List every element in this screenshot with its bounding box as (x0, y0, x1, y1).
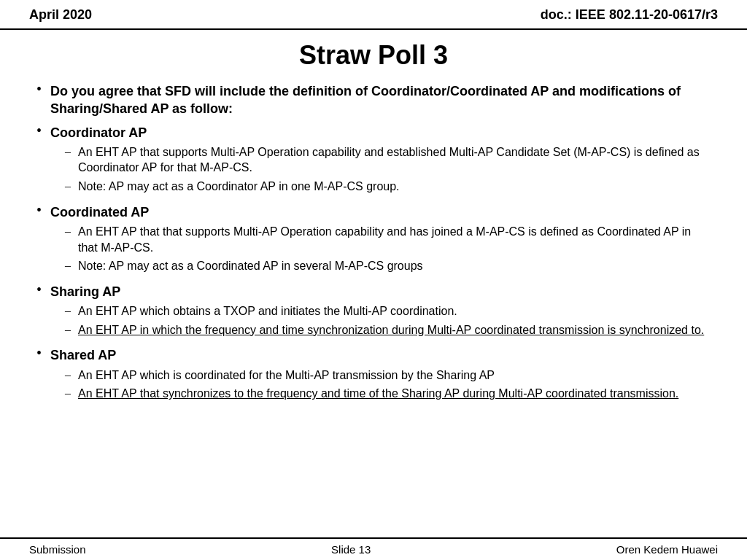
slide-header: April 2020 doc.: IEEE 802.11-20-0617/r3 (0, 0, 747, 30)
dash-icon: – (65, 225, 71, 238)
list-item: – An EHT AP which obtains a TXOP and ini… (50, 303, 711, 319)
dash-icon: – (65, 386, 71, 400)
dash-icon: – (65, 323, 71, 336)
coordinator-ap-subitems: – An EHT AP that supports Multi-AP Opera… (50, 144, 711, 195)
section-shared-ap: • Shared AP – An EHT AP which is coordin… (36, 346, 711, 404)
coordinated-ap-subitems: – An EHT AP that that supports Multi-AP … (50, 224, 711, 274)
sharing-ap-dot: • (36, 281, 42, 298)
coordinator-ap-dot: • (36, 122, 42, 139)
list-item: – Note: AP may act as a Coordinator AP i… (50, 179, 711, 195)
coordinated-ap-bullet-2: Note: AP may act as a Coordinated AP in … (78, 258, 423, 274)
content-list: • Do you agree that SFD will include the… (36, 82, 711, 405)
main-content: Straw Poll 3 • Do you agree that SFD wil… (0, 30, 747, 537)
coordinator-ap-bullet-1: An EHT AP that supports Multi-AP Operati… (78, 144, 711, 176)
intro-bullet-text: Do you agree that SFD will include the d… (50, 82, 711, 118)
header-doc: doc.: IEEE 802.11-20-0617/r3 (541, 7, 718, 23)
list-item: – An EHT AP which is coordinated for the… (50, 368, 711, 384)
slide-title: Straw Poll 3 (36, 40, 711, 71)
footer-submission: Submission (29, 543, 86, 556)
slide-footer: Submission Slide 13 Oren Kedem Huawei (0, 537, 747, 560)
shared-ap-content: Shared AP – An EHT AP which is coordinat… (50, 346, 711, 404)
footer-author: Oren Kedem Huawei (616, 543, 718, 556)
shared-ap-bullet-1: An EHT AP which is coordinated for the M… (78, 368, 495, 384)
dash-icon: – (65, 259, 71, 272)
header-date: April 2020 (29, 7, 92, 23)
coordinated-ap-heading: Coordinated AP (50, 205, 149, 219)
sharing-ap-content: Sharing AP – An EHT AP which obtains a T… (50, 283, 711, 341)
shared-ap-heading: Shared AP (50, 348, 116, 362)
slide: April 2020 doc.: IEEE 802.11-20-0617/r3 … (0, 0, 747, 560)
list-item: – An EHT AP that synchronizes to the fre… (50, 386, 711, 402)
shared-ap-subitems: – An EHT AP which is coordinated for the… (50, 368, 711, 402)
intro-bullet: • Do you agree that SFD will include the… (36, 82, 711, 118)
coordinated-ap-content: Coordinated AP – An EHT AP that that sup… (50, 203, 711, 277)
dash-icon: – (65, 304, 71, 317)
intro-bullet-dot: • (36, 81, 42, 98)
shared-ap-bullet-2: An EHT AP that synchronizes to the frequ… (78, 386, 678, 402)
dash-icon: – (65, 145, 71, 158)
shared-ap-dot: • (36, 345, 42, 362)
dash-icon: – (65, 368, 71, 381)
section-coordinated-ap: • Coordinated AP – An EHT AP that that s… (36, 203, 711, 277)
footer-slide-number: Slide 13 (331, 543, 371, 556)
section-sharing-ap: • Sharing AP – An EHT AP which obtains a… (36, 283, 711, 341)
list-item: – An EHT AP that that supports Multi-AP … (50, 224, 711, 255)
list-item: – An EHT AP in which the frequency and t… (50, 322, 711, 338)
sharing-ap-subitems: – An EHT AP which obtains a TXOP and ini… (50, 303, 711, 338)
section-coordinator-ap: • Coordinator AP – An EHT AP that suppor… (36, 124, 711, 198)
sharing-ap-bullet-1: An EHT AP which obtains a TXOP and initi… (78, 303, 457, 319)
coordinator-ap-heading: Coordinator AP (50, 125, 147, 140)
sharing-ap-bullet-2: An EHT AP in which the frequency and tim… (78, 322, 704, 338)
list-item: – Note: AP may act as a Coordinated AP i… (50, 258, 711, 274)
coordinator-ap-content: Coordinator AP – An EHT AP that supports… (50, 124, 711, 198)
sharing-ap-heading: Sharing AP (50, 284, 120, 299)
coordinator-ap-bullet-2: Note: AP may act as a Coordinator AP in … (78, 179, 400, 195)
list-item: – An EHT AP that supports Multi-AP Opera… (50, 144, 711, 176)
coordinated-ap-bullet-1: An EHT AP that that supports Multi-AP Op… (78, 224, 711, 255)
coordinated-ap-dot: • (36, 202, 42, 219)
dash-icon: – (65, 179, 71, 192)
